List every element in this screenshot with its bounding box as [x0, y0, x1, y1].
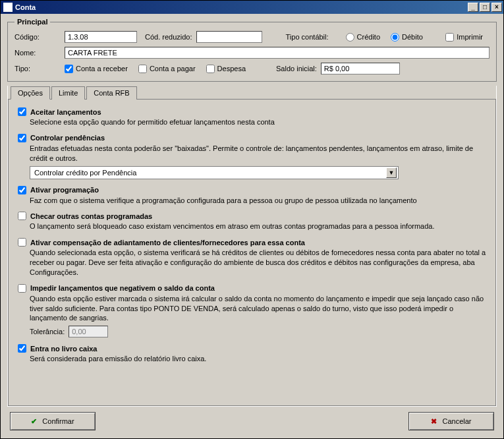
checkbox-compensacao[interactable] [18, 238, 26, 247]
maximize-button[interactable]: □ [480, 3, 490, 12]
checkbox-conta-pagar[interactable]: Conta a pagar [138, 65, 196, 73]
checkbox-impedir[interactable] [18, 284, 26, 293]
checkbox-imprimir-label: Imprimir [457, 33, 483, 41]
opt-checar: Checar outras contas programadas O lança… [18, 212, 486, 231]
footer: ✔ Confirmar ✖ Cancelar [7, 407, 497, 432]
row-nome: Nome: [14, 47, 490, 59]
radio-debito-input[interactable] [391, 33, 399, 42]
radio-debito-label: Débito [402, 33, 423, 41]
group-principal-legend: Principal [14, 18, 50, 26]
opt-controlar: Controlar pendências Entradas efetuadas … [18, 134, 486, 179]
codigo-input[interactable] [65, 31, 137, 43]
check-icon: ✔ [31, 417, 37, 426]
opt-aceitar: Aceitar lançamentos Selecione esta opção… [18, 107, 486, 127]
checkbox-conta-receber-input[interactable] [65, 65, 73, 73]
checkbox-despesa[interactable]: Despesa [206, 65, 246, 73]
checkbox-conta-pagar-label: Conta a pagar [150, 65, 196, 73]
tab-panel-opcoes: Aceitar lançamentos Selecione esta opção… [8, 99, 496, 406]
opt-aceitar-title: Aceitar lançamentos [30, 108, 101, 116]
checkbox-conta-receber[interactable]: Conta a receber [65, 65, 128, 73]
checkbox-ativar-prog[interactable] [18, 186, 26, 194]
nome-input[interactable] [65, 47, 490, 59]
content-area: Principal Código: Cód. reduzido: Tipo co… [1, 14, 503, 438]
combo-controlar-credito[interactable]: Controlar crédito por Pendência ▼ [30, 166, 399, 179]
cancelar-label: Cancelar [442, 417, 471, 425]
opt-checar-desc: O lançamento será bloqueado caso existam… [30, 221, 486, 231]
checkbox-aceitar[interactable] [18, 107, 26, 116]
tipo-contabil-label: Tipo contábil: [286, 33, 329, 41]
opt-compensacao: Ativar compensação de adiantamento de cl… [18, 238, 486, 278]
tab-opcoes[interactable]: Opções [11, 86, 50, 100]
row-codigo: Código: Cód. reduzido: Tipo contábil: Cr… [14, 31, 490, 43]
checkbox-imprimir[interactable]: Imprimir [445, 33, 483, 42]
opt-impedir: Impedir lançamentos que negativem o sald… [18, 284, 486, 338]
nome-label: Nome: [14, 49, 61, 57]
window-title: Conta [15, 3, 468, 11]
opt-checar-title: Checar outras contas programadas [30, 212, 152, 220]
opt-livro-desc: Será considerada para emissão do relatór… [30, 354, 486, 364]
titlebar: Conta _ □ × [1, 1, 503, 14]
opt-impedir-title: Impedir lançamentos que negativem o sald… [30, 284, 215, 292]
checkbox-despesa-input[interactable] [206, 65, 215, 73]
combo-dropdown-button[interactable]: ▼ [386, 167, 397, 178]
group-principal: Principal Código: Cód. reduzido: Tipo co… [7, 18, 497, 82]
window-buttons: _ □ × [468, 3, 502, 12]
tipo-label: Tipo: [14, 65, 61, 73]
cod-reduzido-label: Cód. reduzido: [145, 33, 192, 41]
confirmar-button[interactable]: ✔ Confirmar [10, 412, 96, 430]
opt-livro: Entra no livro caixa Será considerada pa… [18, 344, 486, 364]
radio-credito-input[interactable] [346, 33, 354, 42]
checkbox-controlar[interactable] [18, 134, 26, 142]
combo-controlar-value: Controlar crédito por Pendência [34, 169, 136, 177]
opt-compensacao-desc: Quando selecionada esta opção, o sistema… [30, 248, 486, 278]
opt-controlar-title: Controlar pendências [30, 134, 105, 142]
app-icon [3, 3, 13, 12]
opt-livro-title: Entra no livro caixa [30, 345, 97, 353]
minimize-button[interactable]: _ [468, 3, 478, 12]
codigo-label: Código: [14, 33, 61, 41]
saldo-inicial-label: Saldo inicial: [276, 65, 317, 73]
tab-conta-rfb[interactable]: Conta RFB [86, 86, 136, 100]
cod-reduzido-input[interactable] [196, 31, 262, 43]
opt-controlar-desc: Entradas efetuadas nesta conta poderão s… [30, 144, 486, 163]
x-icon: ✖ [431, 417, 437, 426]
checkbox-despesa-label: Despesa [217, 65, 246, 73]
radio-credito-label: Crédito [357, 33, 380, 41]
opt-aceitar-desc: Selecione esta opção quando for permitid… [30, 117, 486, 127]
chevron-down-icon: ▼ [389, 169, 395, 176]
checkbox-imprimir-input[interactable] [445, 33, 454, 42]
row-tipo: Tipo: Conta a receber Conta a pagar Desp… [14, 63, 490, 74]
saldo-inicial-input[interactable] [321, 63, 400, 74]
close-button[interactable]: × [491, 3, 502, 12]
tab-strip: Opções Limite Conta RFB [8, 86, 496, 99]
tab-limite[interactable]: Limite [51, 86, 85, 100]
opt-compensacao-title: Ativar compensação de adiantamento de cl… [30, 239, 305, 247]
radio-debito[interactable]: Débito [391, 33, 423, 42]
tolerancia-label: Tolerância: [30, 328, 65, 336]
opt-ativar-prog-desc: Faz com que o sistema verifique a progra… [30, 196, 486, 206]
checkbox-livro[interactable] [18, 344, 26, 353]
tolerancia-row: Tolerância: [30, 326, 486, 337]
checkbox-conta-pagar-input[interactable] [138, 65, 147, 73]
tabs-container: Opções Limite Conta RFB Aceitar lançamen… [7, 86, 497, 407]
opt-ativar-prog: Ativar programação Faz com que o sistema… [18, 186, 486, 206]
radio-credito[interactable]: Crédito [346, 33, 380, 42]
opt-impedir-desc: Quando esta opção estiver marcada o sist… [30, 294, 486, 324]
window-conta: Conta _ □ × Principal Código: Cód. reduz… [0, 0, 504, 439]
opt-ativar-prog-title: Ativar programação [30, 186, 99, 194]
confirmar-label: Confirmar [42, 417, 74, 425]
cancelar-button[interactable]: ✖ Cancelar [408, 412, 494, 430]
checkbox-checar[interactable] [18, 212, 26, 220]
tolerancia-input [69, 326, 108, 337]
checkbox-conta-receber-label: Conta a receber [76, 65, 128, 73]
